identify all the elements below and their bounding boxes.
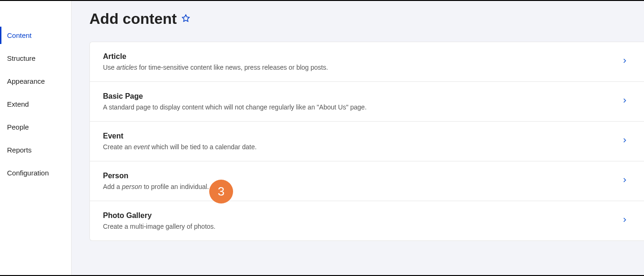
favorite-star-icon[interactable] [182, 14, 190, 24]
content-item-description: Create a multi-image gallery of photos. [103, 223, 622, 230]
sidebar-item-label: Structure [7, 54, 36, 62]
content-item-description: Create an event which will be tied to a … [103, 143, 622, 151]
page-title: Add content [89, 10, 177, 28]
annotation-marker: 3 [209, 180, 233, 203]
chevron-right-icon [622, 58, 628, 66]
sidebar-item-reports[interactable]: Reports [0, 141, 71, 159]
content-item-description: Use articles for time-sensitive content … [103, 64, 622, 71]
sidebar-item-label: Extend [7, 100, 29, 108]
content-item-title: Basic Page [103, 92, 622, 101]
sidebar-item-label: Appearance [7, 77, 45, 85]
sidebar-item-configuration[interactable]: Configuration [0, 164, 71, 182]
content-type-photo-gallery[interactable]: Photo GalleryCreate a multi-image galler… [90, 201, 644, 240]
main-content: Add content ArticleUse articles for time… [72, 1, 644, 275]
chevron-right-icon [622, 177, 628, 185]
sidebar-item-label: Content [7, 31, 32, 39]
content-type-event[interactable]: EventCreate an event which will be tied … [90, 122, 644, 161]
content-item-description: A standard page to display content which… [103, 103, 622, 111]
content-item-title: Photo Gallery [103, 211, 622, 220]
sidebar-item-structure[interactable]: Structure [0, 50, 71, 67]
content-item-body: EventCreate an event which will be tied … [103, 132, 622, 151]
content-item-title: Event [103, 132, 622, 140]
sidebar-item-appearance[interactable]: Appearance [0, 73, 71, 90]
sidebar-item-people[interactable]: People [0, 118, 71, 136]
content-item-title: Article [103, 52, 622, 61]
content-type-article[interactable]: ArticleUse articles for time-sensitive c… [90, 42, 644, 82]
content-type-list: ArticleUse articles for time-sensitive c… [89, 42, 644, 241]
chevron-right-icon [622, 97, 628, 106]
content-item-title: Person [103, 172, 622, 180]
sidebar: ContentStructureAppearanceExtendPeopleRe… [0, 1, 72, 275]
chevron-right-icon [622, 137, 628, 145]
content-item-body: PersonAdd a person to profile an individ… [103, 172, 622, 190]
chevron-right-icon [622, 217, 628, 225]
page-header: Add content [89, 10, 644, 28]
content-item-body: ArticleUse articles for time-sensitive c… [103, 52, 622, 71]
content-item-body: Photo GalleryCreate a multi-image galler… [103, 211, 622, 230]
sidebar-item-label: People [7, 123, 29, 131]
sidebar-item-label: Configuration [7, 169, 49, 177]
sidebar-item-extend[interactable]: Extend [0, 95, 71, 113]
content-item-description: Add a person to profile an individual. [103, 183, 622, 190]
sidebar-item-content[interactable]: Content [0, 27, 71, 44]
content-item-body: Basic PageA standard page to display con… [103, 92, 622, 111]
sidebar-item-label: Reports [7, 146, 32, 154]
content-type-person[interactable]: PersonAdd a person to profile an individ… [90, 161, 644, 201]
svg-marker-0 [182, 15, 189, 21]
content-type-basic-page[interactable]: Basic PageA standard page to display con… [90, 82, 644, 122]
